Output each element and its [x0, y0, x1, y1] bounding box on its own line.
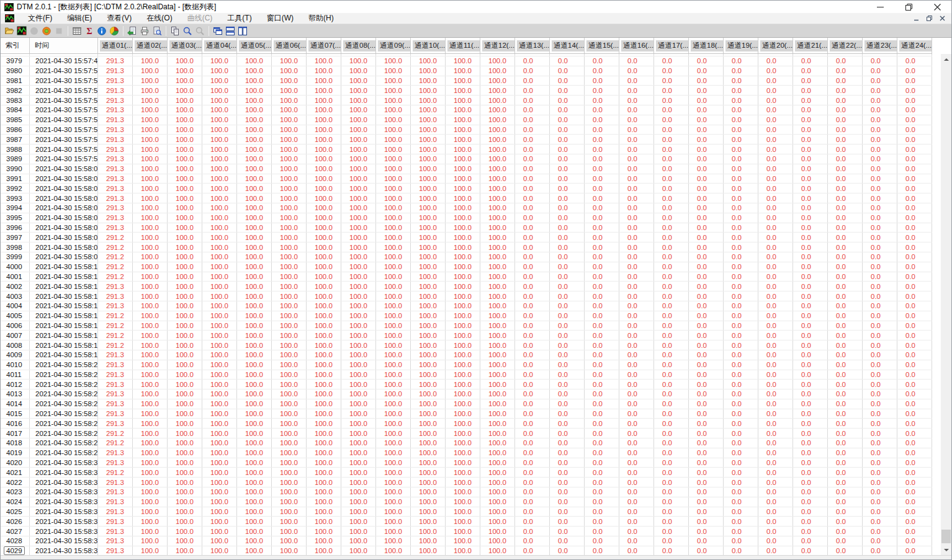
cell-channel-9[interactable]: 100.0 [341, 517, 376, 526]
cell-channel-12[interactable]: 100.0 [446, 517, 480, 526]
cell-channel-20[interactable]: 0.0 [724, 125, 758, 135]
cell-channel-16[interactable]: 0.0 [585, 448, 619, 458]
cell-channel-12[interactable]: 100.0 [446, 380, 480, 389]
cell-channel-11[interactable]: 100.0 [411, 164, 446, 174]
cell-channel-7[interactable]: 100.0 [272, 438, 307, 448]
cell-channel-22[interactable]: 0.0 [793, 115, 828, 125]
cell-channel-3[interactable]: 100.0 [133, 223, 168, 233]
cell-channel-21[interactable]: 0.0 [758, 389, 793, 399]
column-header-24[interactable]: 通道22(... [828, 38, 863, 53]
cell-channel-15[interactable]: 0.0 [550, 154, 585, 164]
cell-channel-9[interactable]: 100.0 [341, 272, 376, 282]
cell-channel-3[interactable]: 100.0 [133, 301, 168, 311]
cell-channel-19[interactable]: 0.0 [689, 527, 724, 536]
cell-channel-19[interactable]: 0.0 [689, 282, 724, 291]
cell-channel-20[interactable]: 0.0 [724, 252, 758, 262]
cell-index[interactable]: 4029 [1, 546, 30, 555]
cell-index[interactable]: 3987 [1, 135, 30, 144]
cell-channel-8[interactable]: 100.0 [307, 399, 341, 409]
column-header-15[interactable]: 通道13(... [515, 38, 550, 53]
cell-channel-5[interactable]: 100.0 [202, 468, 237, 477]
cell-channel-22[interactable]: 0.0 [793, 262, 828, 272]
cell-channel-23[interactable]: 0.0 [828, 311, 863, 321]
cell-channel-5[interactable]: 100.0 [202, 311, 237, 321]
cell-channel-5[interactable]: 100.0 [202, 527, 237, 536]
cell-channel-15[interactable]: 0.0 [550, 76, 585, 86]
cell-channel-21[interactable]: 0.0 [758, 507, 793, 517]
cell-channel-18[interactable]: 0.0 [654, 291, 689, 301]
cell-index[interactable]: 4017 [1, 429, 30, 438]
cell-channel-3[interactable]: 100.0 [133, 448, 168, 458]
cell-channel-22[interactable]: 0.0 [793, 233, 828, 242]
cell-channel-24[interactable]: 0.0 [863, 360, 897, 370]
cell-channel-12[interactable]: 100.0 [446, 154, 480, 164]
cell-time[interactable]: 2021-04-30 15:58:07 [30, 233, 98, 242]
cell-channel-22[interactable]: 0.0 [793, 144, 828, 154]
cell-channel-5[interactable]: 100.0 [202, 86, 237, 95]
cell-channel-18[interactable]: 0.0 [654, 350, 689, 360]
cell-channel-12[interactable]: 100.0 [446, 262, 480, 272]
cell-channel-14[interactable]: 0.0 [515, 105, 550, 115]
cell-channel-15[interactable]: 0.0 [550, 184, 585, 193]
cell-channel-3[interactable]: 100.0 [133, 125, 168, 135]
cell-channel-8[interactable]: 100.0 [307, 174, 341, 184]
cell-channel-5[interactable]: 100.0 [202, 76, 237, 86]
cell-channel-3[interactable]: 100.0 [133, 546, 168, 555]
cell-channel-20[interactable]: 0.0 [724, 321, 758, 331]
cell-channel-5[interactable]: 100.0 [202, 360, 237, 370]
cell-channel-13[interactable]: 100.0 [480, 527, 515, 536]
cell-channel-13[interactable]: 100.0 [480, 536, 515, 546]
cell-channel-6[interactable]: 100.0 [237, 135, 272, 144]
cell-channel-16[interactable]: 0.0 [585, 311, 619, 321]
cell-channel-7[interactable]: 100.0 [272, 331, 307, 340]
cell-channel-7[interactable]: 100.0 [272, 203, 307, 213]
menu-item-3[interactable]: 查看(V) [99, 13, 139, 24]
cell-channel-13[interactable]: 100.0 [480, 478, 515, 487]
cell-channel-19[interactable]: 0.0 [689, 105, 724, 115]
cell-channel-17[interactable]: 0.0 [619, 399, 654, 409]
cell-channel-4[interactable]: 100.0 [168, 311, 202, 321]
cell-channel-21[interactable]: 0.0 [758, 125, 793, 135]
cell-channel-18[interactable]: 0.0 [654, 213, 689, 223]
cell-channel-7[interactable]: 100.0 [272, 419, 307, 428]
cell-channel-20[interactable]: 0.0 [724, 144, 758, 154]
cell-channel-6[interactable]: 100.0 [237, 517, 272, 526]
cell-channel-10[interactable]: 100.0 [376, 213, 411, 223]
cell-index[interactable]: 4005 [1, 311, 30, 321]
cell-channel-22[interactable]: 0.0 [793, 321, 828, 331]
cell-channel-1[interactable]: 291.3 [98, 193, 133, 203]
menu-item-7[interactable]: 窗口(W) [259, 13, 301, 24]
cell-channel-24[interactable]: 0.0 [863, 536, 897, 546]
cell-channel-22[interactable]: 0.0 [793, 350, 828, 360]
cell-channel-11[interactable]: 100.0 [411, 56, 446, 66]
cell-channel-20[interactable]: 0.0 [724, 331, 758, 340]
cell-time[interactable]: 2021-04-30 15:58:38 [30, 536, 98, 546]
cell-channel-12[interactable]: 100.0 [446, 193, 480, 203]
cell-channel-25[interactable]: 0.0 [897, 86, 932, 95]
cell-channel-23[interactable]: 0.0 [828, 291, 863, 301]
cell-channel-8[interactable]: 100.0 [307, 242, 341, 252]
cell-channel-1[interactable]: 291.3 [98, 527, 133, 536]
cell-time[interactable]: 2021-04-30 15:58:05 [30, 213, 98, 223]
cell-channel-12[interactable]: 100.0 [446, 546, 480, 555]
cell-channel-8[interactable]: 100.0 [307, 272, 341, 282]
cell-channel-10[interactable]: 100.0 [376, 223, 411, 233]
cell-channel-9[interactable]: 100.0 [341, 282, 376, 291]
cell-channel-23[interactable]: 0.0 [828, 66, 863, 76]
cell-channel-12[interactable]: 100.0 [446, 340, 480, 350]
cell-channel-21[interactable]: 0.0 [758, 409, 793, 419]
cell-channel-24[interactable]: 0.0 [863, 174, 897, 184]
cell-time[interactable]: 2021-04-30 15:58:35 [30, 507, 98, 517]
cell-channel-8[interactable]: 100.0 [307, 213, 341, 223]
cell-channel-8[interactable]: 100.0 [307, 478, 341, 487]
cell-channel-13[interactable]: 100.0 [480, 331, 515, 340]
realtime-monitor-toolbar-button[interactable] [16, 25, 28, 37]
cell-channel-25[interactable]: 0.0 [897, 135, 932, 144]
cell-channel-11[interactable]: 100.0 [411, 272, 446, 282]
cell-channel-8[interactable]: 100.0 [307, 184, 341, 193]
cell-channel-9[interactable]: 100.0 [341, 370, 376, 380]
cell-channel-21[interactable]: 0.0 [758, 174, 793, 184]
cell-channel-12[interactable]: 100.0 [446, 399, 480, 409]
menu-item-4[interactable]: 在线(O) [139, 13, 179, 24]
cell-channel-6[interactable]: 100.0 [237, 233, 272, 242]
